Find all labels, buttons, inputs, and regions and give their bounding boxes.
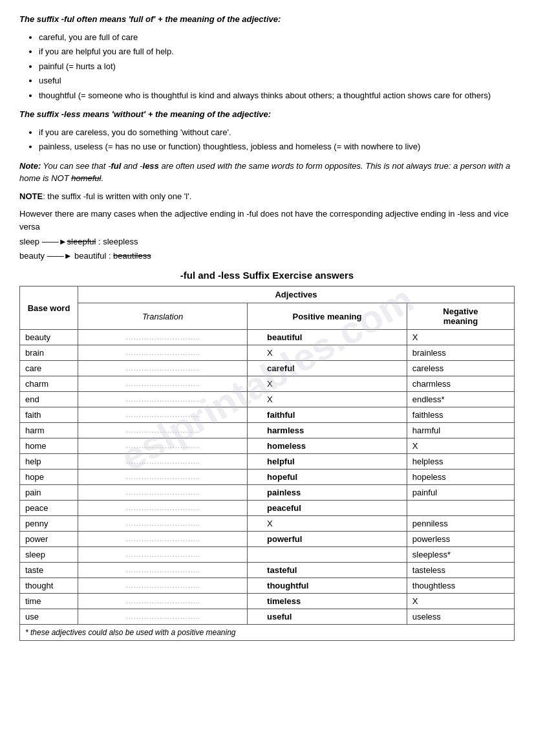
table-row: peace………………………..peaceful (20, 501, 515, 516)
cell-base: sleep (20, 547, 78, 563)
cell-positive: X (248, 392, 407, 407)
cell-negative: charmless (407, 376, 514, 392)
table-row: care………………………..carefulcareless (20, 361, 515, 376)
table-row: hope………………………..hopefulhopeless (20, 470, 515, 485)
cell-translation: ……………………….. (78, 407, 248, 423)
cell-translation: ……………………….. (78, 345, 248, 361)
table-row: use………………………..usefuluseless (20, 609, 515, 625)
cell-base: home (20, 438, 78, 454)
cell-base: taste (20, 563, 78, 578)
cell-negative: powerless (407, 532, 514, 547)
col-header-adjectives: Adjectives (78, 286, 515, 303)
list-item: painless, useless (= has no use or funct… (39, 140, 515, 153)
cell-negative: X (407, 330, 514, 345)
cell-negative: brainless (407, 345, 514, 361)
section2-title: The suffix -less means 'without' + the m… (19, 108, 515, 121)
table-row: faith………………………..faithfulfaithless (20, 407, 515, 423)
section1-list: careful, you are full of care if you are… (39, 31, 515, 102)
list-item: thoughtful (= someone who is thoughtful … (39, 89, 515, 102)
cell-positive: harmless (248, 423, 407, 438)
cell-negative: painful (407, 485, 514, 501)
cell-positive: hopeful (248, 470, 407, 485)
cell-translation: ……………………….. (78, 376, 248, 392)
note2: NOTE: the suffix -ful is written with on… (19, 190, 515, 203)
cell-base: hope (20, 470, 78, 485)
table-row: help………………………..helpfulhelpless (20, 454, 515, 470)
cell-translation: ……………………….. (78, 516, 248, 532)
cell-negative: useless (407, 609, 514, 625)
col-header-translation: Translation (78, 303, 248, 330)
section1-title: The suffix -ful often means 'full of' + … (19, 13, 515, 26)
cell-negative: helpless (407, 454, 514, 470)
cell-translation: ……………………….. (78, 392, 248, 407)
cell-translation: ……………………….. (78, 532, 248, 547)
cell-translation: ……………………….. (78, 578, 248, 594)
cell-positive: X (248, 376, 407, 392)
cell-positive: painless (248, 485, 407, 501)
table-row: brain………………………..Xbrainless (20, 345, 515, 361)
cell-base: charm (20, 376, 78, 392)
cell-base: help (20, 454, 78, 470)
table-row: time………………………..timelessX (20, 594, 515, 609)
exercise-title: -ful and -less Suffix Exercise answers (19, 270, 515, 281)
cell-translation: ……………………….. (78, 361, 248, 376)
table-row: sleep………………………..sleepless* (20, 547, 515, 563)
cell-positive: timeless (248, 594, 407, 609)
cell-negative: careless (407, 361, 514, 376)
list-item: if you are careless, you do something 'w… (39, 126, 515, 139)
table-row: pain………………………..painlesspainful (20, 485, 515, 501)
sleep-example: sleep ——►sleepful : sleepless (19, 235, 515, 248)
cell-positive: X (248, 345, 407, 361)
cell-base: brain (20, 345, 78, 361)
cell-positive: tasteful (248, 563, 407, 578)
cell-base: care (20, 361, 78, 376)
footnote: * these adjectives could also be used wi… (20, 625, 515, 641)
cell-translation: ……………………….. (78, 485, 248, 501)
cell-positive: careful (248, 361, 407, 376)
cell-negative: X (407, 438, 514, 454)
table-row: power………………………..powerfulpowerless (20, 532, 515, 547)
cell-negative (407, 501, 514, 516)
cell-translation: ……………………….. (78, 438, 248, 454)
cell-translation: ……………………….. (78, 470, 248, 485)
cell-translation: ……………………….. (78, 330, 248, 345)
cell-positive: useful (248, 609, 407, 625)
section2-list: if you are careless, you do something 'w… (39, 126, 515, 153)
list-item: useful (39, 74, 515, 87)
table-row: beauty………………………..beautifulX (20, 330, 515, 345)
cell-base: penny (20, 516, 78, 532)
cell-negative: tasteless (407, 563, 514, 578)
col-header-negative: Negativemeaning (407, 303, 514, 330)
cell-translation: ……………………….. (78, 563, 248, 578)
list-item: careful, you are full of care (39, 31, 515, 44)
cell-negative: harmful (407, 423, 514, 438)
cell-negative: faithless (407, 407, 514, 423)
cell-base: power (20, 532, 78, 547)
table-row: harm………………………..harmlessharmful (20, 423, 515, 438)
cell-translation: ……………………….. (78, 609, 248, 625)
cell-base: end (20, 392, 78, 407)
cell-positive: beautiful (248, 330, 407, 345)
cell-positive (248, 547, 407, 563)
cell-positive: powerful (248, 532, 407, 547)
cell-positive: thoughtful (248, 578, 407, 594)
exercise-table: Base word Adjectives Translation Positiv… (19, 286, 515, 641)
cell-positive: faithful (248, 407, 407, 423)
table-row: thought………………………..thoughtfulthoughtless (20, 578, 515, 594)
list-item: painful (= hurts a lot) (39, 60, 515, 73)
cell-negative: X (407, 594, 514, 609)
table-row: home………………………..homelessX (20, 438, 515, 454)
table-row: taste………………………..tastefultasteless (20, 563, 515, 578)
cell-base: faith (20, 407, 78, 423)
cell-base: peace (20, 501, 78, 516)
cell-positive: X (248, 516, 407, 532)
list-item: if you are helpful you are full of help. (39, 45, 515, 58)
table-row: penny………………………..Xpenniless (20, 516, 515, 532)
cell-base: pain (20, 485, 78, 501)
col-header-base: Base word (20, 286, 78, 330)
cell-base: use (20, 609, 78, 625)
cell-positive: peaceful (248, 501, 407, 516)
cell-translation: ……………………….. (78, 547, 248, 563)
cell-translation: ……………………….. (78, 423, 248, 438)
note3: However there are many cases when the ad… (19, 208, 515, 233)
